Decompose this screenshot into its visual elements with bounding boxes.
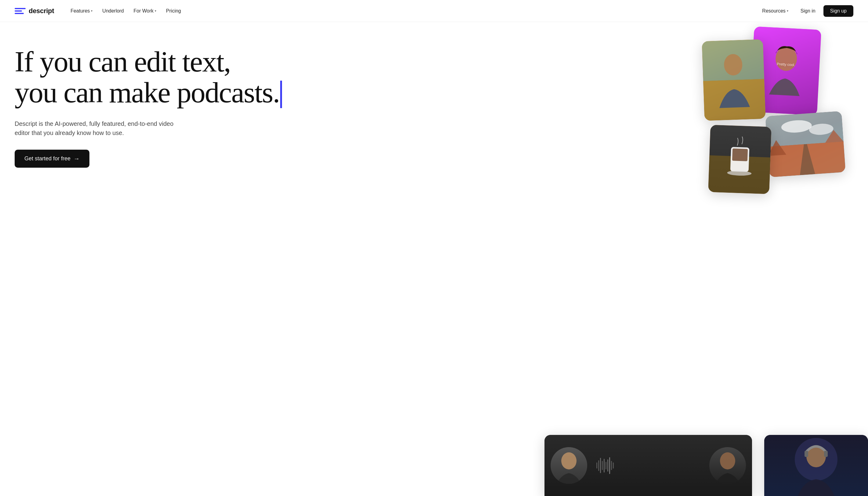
- nav-for-work[interactable]: For Work ▾: [129, 6, 161, 16]
- logo-text: descript: [29, 7, 54, 15]
- hero-image-card-5: [545, 435, 752, 496]
- for-work-chevron-icon: ▾: [155, 9, 156, 13]
- logo-link[interactable]: descript: [15, 7, 54, 15]
- svg-rect-17: [824, 451, 828, 457]
- sign-up-button[interactable]: Sign up: [823, 5, 853, 17]
- hero-heading: If you can edit text, you can make podca…: [15, 46, 476, 109]
- landscape-scene: [765, 111, 846, 177]
- hero-image-card-3: [765, 111, 846, 177]
- descript-logo-icon: [15, 7, 26, 15]
- waveform: [593, 456, 703, 475]
- svg-point-12: [561, 452, 577, 469]
- hero-images: Pretty cool.: [434, 22, 868, 496]
- svg-rect-7: [767, 141, 846, 177]
- cta-button[interactable]: Get started for free →: [15, 150, 90, 168]
- svg-rect-4: [765, 111, 843, 147]
- hero-section: If you can edit text, you can make podca…: [0, 22, 868, 496]
- svg-rect-2: [703, 79, 766, 121]
- nav-center-links: Features ▾ Underlord For Work ▾ Pricing: [66, 6, 185, 16]
- video-person-1: [551, 447, 587, 484]
- text-cursor: [280, 81, 282, 108]
- nav-resources[interactable]: Resources ▾: [758, 6, 792, 16]
- nav-features[interactable]: Features ▾: [66, 6, 97, 16]
- navbar: descript Features ▾ Underlord For Work ▾…: [0, 0, 868, 22]
- svg-point-0: [775, 46, 798, 72]
- hero-image-card-1: Pretty cool.: [750, 26, 821, 115]
- svg-point-13: [720, 452, 735, 469]
- svg-rect-10: [732, 149, 748, 161]
- svg-point-3: [724, 54, 742, 76]
- cta-arrow-icon: →: [74, 155, 80, 162]
- svg-point-14: [795, 438, 837, 481]
- cta-label: Get started for free: [25, 155, 70, 162]
- hero-image-card-4: [708, 125, 772, 194]
- food-scene-graphic: [708, 125, 772, 194]
- svg-rect-16: [805, 451, 808, 457]
- svg-rect-9: [730, 147, 750, 172]
- video-person-2: [709, 447, 746, 484]
- hero-content: If you can edit text, you can make podca…: [15, 46, 476, 168]
- svg-rect-1: [702, 40, 764, 81]
- person-headphones-silhouette: [786, 435, 847, 496]
- hero-image-card-6: [764, 435, 868, 496]
- person-silhouette-2: [702, 40, 766, 121]
- nav-right-links: Resources ▾ Sign in Sign up: [758, 5, 853, 17]
- nav-left: descript Features ▾ Underlord For Work ▾…: [15, 6, 185, 16]
- nav-underlord[interactable]: Underlord: [98, 6, 128, 16]
- svg-point-5: [781, 119, 813, 134]
- features-chevron-icon: ▾: [91, 9, 93, 13]
- person-silhouette-1: [766, 40, 805, 102]
- svg-point-6: [809, 123, 834, 136]
- hero-image-card-2: [702, 40, 766, 121]
- nav-pricing[interactable]: Pricing: [162, 6, 185, 16]
- resources-chevron-icon: ▾: [787, 9, 788, 13]
- hero-subheading: Descript is the AI-powered, fully featur…: [15, 119, 186, 137]
- pretty-cool-label: Pretty cool.: [777, 62, 795, 67]
- svg-point-15: [806, 445, 826, 467]
- sign-in-button[interactable]: Sign in: [795, 6, 821, 16]
- svg-point-11: [727, 170, 752, 176]
- svg-rect-8: [708, 155, 770, 194]
